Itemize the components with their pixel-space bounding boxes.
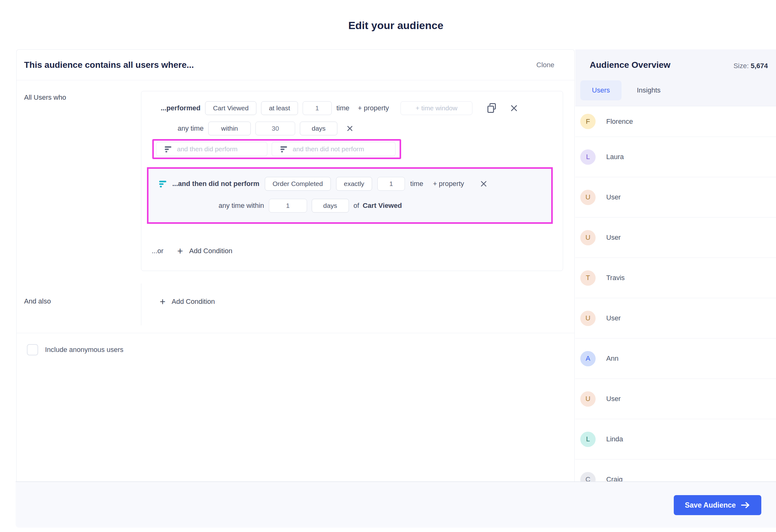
condition-group-card: ...performed Cart Viewed at least 1 time… — [141, 91, 563, 271]
group-label-all-users-who: All Users who — [24, 93, 66, 101]
audience-size: Size: 5,674 — [734, 62, 768, 70]
plus-icon: + — [177, 246, 183, 256]
arrow-right-icon — [741, 501, 750, 509]
avatar: L — [580, 432, 596, 447]
condition2-time-row: any time within 1 days of Cart Viewed — [149, 199, 402, 213]
builder-header: This audience contains all users where..… — [17, 50, 574, 80]
user-name: User — [606, 234, 621, 242]
or-label: ...or — [152, 247, 164, 255]
condition1-time-row: any time within 30 days — [178, 121, 353, 136]
list-item[interactable]: U User — [575, 298, 776, 338]
user-name: User — [606, 395, 621, 403]
or-add-condition-row: ...or + Add Condition — [152, 244, 232, 258]
funnel-icon — [280, 145, 287, 153]
seq-button-label: and then did not perform — [293, 145, 364, 153]
avatar: U — [580, 230, 596, 245]
condition1-row: ...performed Cart Viewed at least 1 time… — [161, 101, 518, 115]
clone-button[interactable]: Clone — [537, 61, 554, 69]
list-item[interactable]: U User — [575, 379, 776, 419]
user-name: Travis — [606, 274, 625, 282]
add-condition-button[interactable]: Add Condition — [189, 247, 232, 255]
list-item[interactable]: U User — [575, 218, 776, 258]
user-name: User — [606, 314, 621, 322]
audience-overview-header: Audience Overview Size: 5,674 Users Insi… — [575, 49, 776, 106]
and-also-add-condition-row: + Add Condition — [160, 296, 215, 307]
time-window-button[interactable]: + time window — [400, 101, 472, 115]
operator-select-2[interactable]: exactly — [336, 177, 372, 191]
avatar: A — [580, 351, 596, 366]
avatar: L — [580, 150, 596, 165]
user-name: Laura — [606, 153, 624, 161]
page-title: Edit your audience — [16, 19, 776, 32]
avatar: U — [580, 391, 596, 407]
list-item[interactable]: F Florence — [575, 106, 776, 137]
tab-users[interactable]: Users — [580, 80, 621, 100]
highlight-box-sequence-buttons: and then did perform and then did not pe… — [152, 139, 401, 159]
and-then-did-not-perform-button[interactable]: and then did not perform — [272, 142, 395, 156]
anytime-within-label: any time within — [219, 202, 264, 210]
footer-bar: Save Audience — [16, 481, 776, 528]
audience-builder-panel: This audience contains all users where..… — [16, 49, 575, 481]
avatar: T — [580, 270, 596, 286]
days-unit-select-2[interactable]: days — [312, 199, 349, 213]
event-select-2[interactable]: Order Completed — [265, 177, 331, 191]
count-suffix-2: time — [410, 180, 423, 188]
event-select[interactable]: Cart Viewed — [205, 101, 256, 115]
audience-overview-title: Audience Overview — [590, 60, 670, 70]
funnel-icon — [165, 145, 172, 153]
seq-button-label: and then did perform — [177, 145, 238, 153]
plus-icon: + — [160, 297, 165, 307]
save-audience-label: Save Audience — [685, 501, 736, 510]
list-item[interactable]: L Linda — [575, 419, 776, 460]
condition1-prefix: ...performed — [161, 104, 200, 112]
include-anonymous-checkbox[interactable] — [27, 344, 38, 355]
days-count-input-2[interactable]: 1 — [269, 199, 307, 213]
list-item[interactable]: T Travis — [575, 258, 776, 298]
close-time-row-icon[interactable] — [346, 125, 353, 132]
panel-divider — [17, 333, 574, 333]
size-label: Size: — [734, 62, 749, 70]
group-divider-line — [141, 283, 141, 325]
and-also-label: And also — [24, 297, 51, 305]
add-property-button-2[interactable]: + property — [433, 180, 464, 188]
list-item[interactable]: U User — [575, 177, 776, 218]
operator-select[interactable]: at least — [261, 101, 298, 115]
count-input[interactable]: 1 — [303, 101, 332, 115]
days-unit-select[interactable]: days — [300, 121, 337, 136]
and-then-did-perform-button[interactable]: and then did perform — [156, 142, 267, 156]
funnel-teal-icon — [159, 180, 167, 188]
size-value: 5,674 — [751, 62, 768, 70]
anytime-label: any time — [178, 124, 204, 132]
audience-overview-panel: Audience Overview Size: 5,674 Users Insi… — [575, 49, 776, 500]
user-name: Ann — [606, 354, 618, 362]
user-name: Florence — [606, 117, 633, 125]
days-count-input[interactable]: 30 — [255, 121, 295, 136]
avatar: U — [580, 190, 596, 205]
app-canvas: Edit your audience This audience contain… — [0, 0, 776, 532]
avatar: U — [580, 311, 596, 326]
of-label: of — [354, 202, 359, 210]
user-name: Linda — [606, 435, 623, 443]
ref-event-label: Cart Viewed — [363, 202, 402, 210]
within-select[interactable]: within — [208, 121, 251, 136]
highlight-box-nested-condition: ...and then did not perform Order Comple… — [147, 167, 553, 224]
add-condition-button-2[interactable]: Add Condition — [172, 298, 215, 306]
duplicate-icon[interactable] — [487, 102, 497, 114]
anonymous-users-row: Include anonymous users — [27, 344, 124, 355]
list-item[interactable]: L Laura — [575, 137, 776, 177]
close-condition1-icon[interactable] — [510, 104, 518, 112]
tab-insights[interactable]: Insights — [637, 80, 660, 100]
condition2-prefix: ...and then did not perform — [172, 180, 259, 188]
include-anonymous-label: Include anonymous users — [45, 346, 124, 354]
list-item[interactable]: A Ann — [575, 338, 776, 379]
user-name: User — [606, 193, 621, 201]
user-list: F Florence L Laura U User U User T Travi… — [575, 106, 776, 500]
condition2-row: ...and then did not perform Order Comple… — [159, 176, 488, 191]
count-input-2[interactable]: 1 — [377, 177, 405, 191]
close-condition2-icon[interactable] — [480, 180, 488, 188]
save-audience-button[interactable]: Save Audience — [674, 495, 761, 515]
count-suffix: time — [337, 104, 350, 112]
avatar: F — [580, 114, 596, 129]
add-property-button[interactable]: + property — [358, 104, 389, 112]
builder-title: This audience contains all users where..… — [24, 60, 194, 70]
